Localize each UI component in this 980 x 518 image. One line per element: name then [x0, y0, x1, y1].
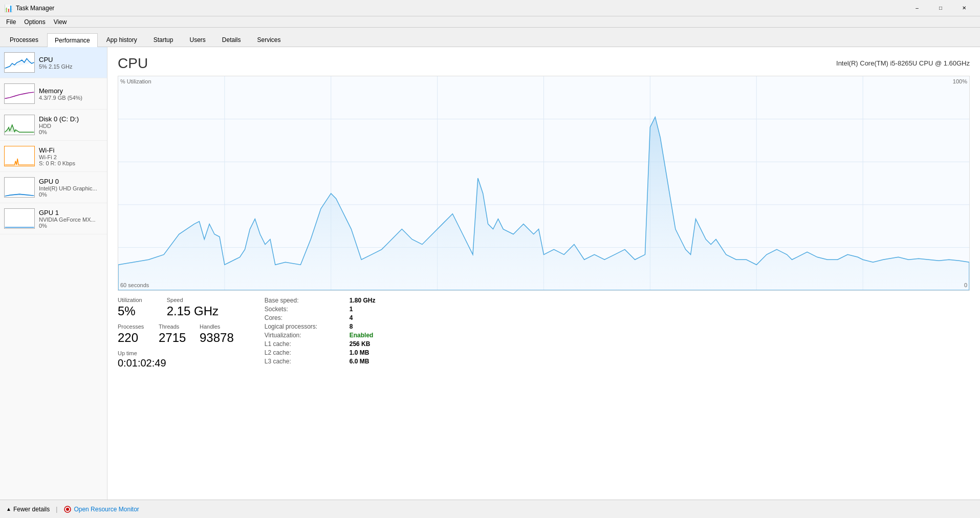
gpu0-sub1: Intel(R) UHD Graphic...: [39, 185, 103, 191]
cpu-thumbnail: [4, 52, 35, 73]
gpu1-info: GPU 1 NVIDIA GeForce MX... 0%: [39, 209, 103, 229]
handles-label: Handles: [200, 323, 234, 330]
menu-options[interactable]: Options: [20, 17, 49, 27]
tab-users[interactable]: Users: [182, 33, 213, 47]
detail-value: 8: [350, 323, 353, 330]
speed-label: Speed: [167, 297, 219, 303]
content-title: CPU: [118, 55, 148, 72]
sidebar-item-gpu1[interactable]: GPU 1 NVIDIA GeForce MX... 0%: [0, 203, 107, 234]
cpu-sub: 5% 2.15 GHz: [39, 63, 103, 70]
detail-key: Cores:: [265, 314, 341, 321]
detail-value: 1.0 MB: [350, 349, 369, 356]
stats-details-row: Utilization 5% Speed 2.15 GHz Processes …: [118, 297, 970, 369]
tab-details[interactable]: Details: [214, 33, 249, 47]
minimize-button[interactable]: –: [905, 0, 929, 16]
disk-info: Disk 0 (C: D:) HDD 0%: [39, 115, 103, 135]
fewer-details-label: Fewer details: [13, 506, 50, 513]
separator: |: [56, 506, 57, 513]
detail-value: 4: [350, 314, 353, 321]
detail-table: Base speed:1.80 GHzSockets:1Cores:4Logic…: [265, 297, 376, 369]
cpu-title: CPU: [39, 56, 103, 63]
resource-monitor-icon: [63, 505, 72, 513]
speed-stat: Speed 2.15 GHz: [167, 297, 219, 318]
gpu0-sub2: 0%: [39, 191, 103, 198]
menu-view[interactable]: View: [50, 17, 71, 27]
threads-value: 2715: [159, 331, 189, 345]
sidebar-item-wifi[interactable]: Wi-Fi Wi-Fi 2 S: 0 R: 0 Kbps: [0, 141, 107, 172]
wifi-title: Wi-Fi: [39, 146, 103, 154]
chart-x-label: 60 seconds: [120, 282, 149, 288]
tab-app-history[interactable]: App history: [99, 33, 145, 47]
disk-thumbnail: [4, 115, 35, 135]
menu-file[interactable]: File: [2, 17, 20, 27]
cpu-chart: % Utilization 100% 0 60 seconds: [118, 76, 970, 291]
tab-startup[interactable]: Startup: [146, 33, 181, 47]
bottom-bar: ▲ Fewer details | Open Resource Monitor: [0, 500, 980, 518]
sidebar-item-cpu[interactable]: CPU 5% 2.15 GHz: [0, 47, 107, 78]
memory-sub: 4.3/7.9 GB (54%): [39, 95, 103, 101]
gpu1-sub2: 0%: [39, 223, 103, 229]
uptime-label: Up time: [118, 350, 234, 356]
sidebar: CPU 5% 2.15 GHz Memory 4.3/7.9 GB (54%): [0, 47, 107, 500]
disk-sub2: 0%: [39, 129, 103, 135]
tab-services[interactable]: Services: [250, 33, 289, 47]
app-title: Task Manager: [16, 5, 54, 12]
utilization-stat: Utilization 5%: [118, 297, 142, 318]
gpu1-title: GPU 1: [39, 209, 103, 217]
content-header: CPU Intel(R) Core(TM) i5-8265U CPU @ 1.6…: [118, 55, 970, 72]
uptime-stat: Up time 0:01:02:49: [118, 350, 234, 369]
gpu0-info: GPU 0 Intel(R) UHD Graphic... 0%: [39, 178, 103, 198]
processes-label: Processes: [118, 323, 148, 330]
tab-performance[interactable]: Performance: [47, 33, 98, 47]
detail-value: 256 KB: [350, 340, 371, 348]
handles-value: 93878: [200, 331, 234, 345]
detail-row: L1 cache:256 KB: [265, 340, 376, 348]
handles-stat: Handles 93878: [200, 323, 234, 345]
fewer-details-container[interactable]: ▲ Fewer details: [6, 506, 50, 513]
wifi-thumbnail: [4, 146, 35, 166]
detail-key: Sockets:: [265, 306, 341, 313]
sidebar-item-disk[interactable]: Disk 0 (C: D:) HDD 0%: [0, 110, 107, 141]
title-bar: 📊 Task Manager – □ ✕: [0, 0, 980, 16]
title-bar-controls: – □ ✕: [905, 0, 976, 16]
memory-info: Memory 4.3/7.9 GB (54%): [39, 87, 103, 101]
detail-key: L1 cache:: [265, 340, 341, 348]
open-resource-monitor-container[interactable]: Open Resource Monitor: [63, 505, 139, 513]
chart-y-min: 0: [964, 282, 967, 288]
sidebar-item-memory[interactable]: Memory 4.3/7.9 GB (54%): [0, 78, 107, 110]
detail-key: L2 cache:: [265, 349, 341, 356]
detail-key: Logical processors:: [265, 323, 341, 330]
cpu-info: CPU 5% 2.15 GHz: [39, 56, 103, 70]
process-stats: Processes 220 Threads 2715 Handles 93878: [118, 323, 234, 345]
close-button[interactable]: ✕: [952, 0, 976, 16]
tab-processes[interactable]: Processes: [2, 33, 46, 47]
detail-row: L3 cache:6.0 MB: [265, 358, 376, 365]
tab-bar: Processes Performance App history Startu…: [0, 28, 980, 47]
gpu1-sub1: NVIDIA GeForce MX...: [39, 217, 103, 223]
detail-row: Base speed:1.80 GHz: [265, 297, 376, 304]
memory-title: Memory: [39, 87, 103, 95]
app-icon: 📊: [4, 4, 13, 12]
open-resource-monitor-link[interactable]: Open Resource Monitor: [74, 506, 139, 513]
detail-row: L2 cache:1.0 MB: [265, 349, 376, 356]
speed-value: 2.15 GHz: [167, 304, 219, 318]
detail-value: Enabled: [350, 332, 374, 339]
gpu0-thumbnail: [4, 177, 35, 198]
detail-key: Base speed:: [265, 297, 341, 304]
detail-row: Virtualization:Enabled: [265, 332, 376, 339]
detail-row: Logical processors:8: [265, 323, 376, 330]
chart-y-max: 100%: [953, 78, 967, 84]
detail-row: Sockets:1: [265, 306, 376, 313]
disk-sub1: HDD: [39, 123, 103, 129]
stats-section: Utilization 5% Speed 2.15 GHz Processes …: [118, 297, 234, 369]
menu-bar: File Options View: [0, 16, 980, 28]
maximize-button[interactable]: □: [929, 0, 952, 16]
utilization-value: 5%: [118, 304, 142, 318]
threads-stat: Threads 2715: [159, 323, 189, 345]
gpu0-title: GPU 0: [39, 178, 103, 185]
detail-value: 6.0 MB: [350, 358, 369, 365]
sidebar-item-gpu0[interactable]: GPU 0 Intel(R) UHD Graphic... 0%: [0, 172, 107, 203]
main-area: CPU 5% 2.15 GHz Memory 4.3/7.9 GB (54%): [0, 47, 980, 500]
memory-thumbnail: [4, 83, 35, 104]
detail-key: Virtualization:: [265, 332, 341, 339]
